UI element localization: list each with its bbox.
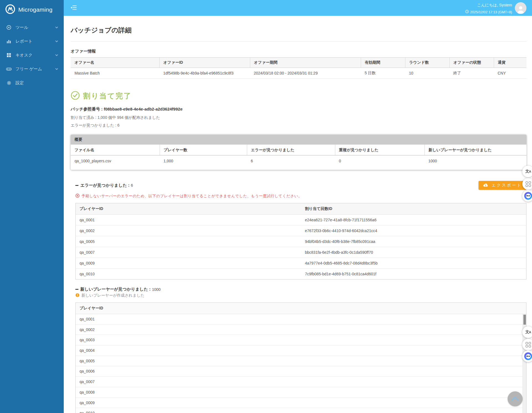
chevron-down-icon (55, 39, 58, 42)
list-item: qa_0006 (76, 366, 526, 377)
player-id-cell: qa_0010 (76, 269, 301, 279)
greeting-text: こんにちは, System (465, 2, 512, 7)
sidebar-item-kiosk[interactable]: キオスク (0, 48, 64, 62)
currency-cell: CNY (494, 68, 526, 79)
column-header: 通貨 (494, 58, 526, 68)
sidebar: Microgaming ツール レポート キオスク (0, 0, 64, 413)
gamepad-icon (6, 66, 12, 72)
column-header: 有効期間 (361, 58, 405, 68)
app-root: Microgaming ツール レポート キオスク (0, 0, 532, 413)
floating-assistant-button[interactable] (522, 350, 532, 362)
bar-chart-icon (6, 39, 12, 44)
robot-icon (524, 192, 532, 200)
sidebar-nav: ツール レポート キオスク フリー ゲー (0, 20, 64, 90)
offer-info-title: オファー情報 (71, 49, 526, 54)
robot-icon (524, 352, 532, 360)
new-players-toggle-label[interactable]: 新しいプレーヤーが見つかりました : (80, 287, 150, 292)
errors-toggle-label[interactable]: エラーが見つかりました : (80, 183, 129, 188)
list-item: qa_0005 (76, 356, 526, 366)
errors-table-header-row: プレイヤーID 割り当て回数ID (76, 203, 526, 215)
sidebar-item-label: レポート (16, 39, 52, 44)
floating-translate-button[interactable]: 文A (522, 326, 532, 338)
table-row: qa_000594bf04b5-d3dc-40f6-b38e-7fb85c091… (76, 236, 526, 247)
translate-icon: 文A (525, 169, 531, 174)
new-players-note-text: 新しいプレーヤーが作成されました (81, 293, 145, 298)
main-area: こんにちは, System 2025/12/02 17:13 (GMT+8) バ… (64, 0, 532, 413)
chevron-down-icon (55, 53, 58, 56)
collapse-icon[interactable] (75, 185, 78, 186)
column-header: オファー名 (71, 58, 159, 68)
page-title: バッチジョブの詳細 (71, 26, 526, 35)
export-button-label: エクスポート (492, 183, 522, 188)
table-row: Massive Batch 1df5498b-9e4c-4b9a-bfa4-e9… (71, 68, 526, 79)
x-circle-icon (75, 194, 80, 199)
allocation-id-cell: 4a7977e4-0db5-4685-8dc7-08d4d8bc3f5b (301, 258, 526, 269)
new-players-table-body: qa_0001 qa_0002 qa_0003 qa_0004 qa_0005 … (76, 314, 526, 413)
offer-id-cell: 1df5498b-9e4c-4b9a-bfa4-e96851c9c8f3 (159, 68, 250, 79)
floating-apps-button[interactable] (522, 178, 532, 190)
column-header: オファーの状態 (449, 58, 494, 68)
errors-count: 6 (131, 183, 133, 188)
column-header: 割り当て回数ID (301, 203, 526, 215)
translate-icon: 文A (525, 330, 531, 335)
list-item: qa_0009 (76, 398, 526, 408)
topbar: こんにちは, System 2025/12/02 17:13 (GMT+8) (64, 0, 532, 16)
offer-table-header-row: オファー名 オファーID オファー期間 有効期間 ラウンド数 オファーの状態 通… (71, 58, 526, 68)
scrollbar-thumb[interactable] (523, 315, 526, 325)
list-item: qa_0008 (76, 387, 526, 398)
summary-header-row: ファイル名 プレイヤー数 エラーが見つかりました 重複が見つかりました 新しいプ… (71, 145, 526, 155)
floating-translate-button[interactable]: 文A (522, 166, 532, 177)
floating-assistant-button[interactable] (522, 190, 532, 202)
menu-fold-icon[interactable] (71, 5, 77, 11)
chevron-down-icon (55, 67, 58, 70)
microgaming-logo-icon (5, 4, 16, 16)
list-item: qa_0001 (76, 314, 526, 325)
sidebar-item-label: キオスク (16, 53, 52, 58)
allocation-id-cell: 7c9fb085-bd1e-4d69-b751-0c81ca4d601f (301, 269, 526, 279)
offer-info-table: オファー名 オファーID オファー期間 有効期間 ラウンド数 オファーの状態 通… (71, 57, 526, 79)
brand[interactable]: Microgaming (0, 0, 64, 20)
scroll-to-top-button[interactable] (508, 391, 523, 406)
batch-reference: バッチ参照番号 : f08bbae8-e9e8-4e4e-adb2-a2d362… (71, 107, 526, 112)
grid-icon (526, 342, 531, 347)
error-warning-text: 予期しないサーバーのエラーのため、以下のプレイヤーは割り当てることができませんで… (81, 194, 302, 199)
column-header: プレイヤーID (76, 203, 301, 215)
column-header: オファーID (159, 58, 250, 68)
errors-collapse-row: エラーが見つかりました : 6 エクスポート (75, 181, 526, 190)
allocation-status-title: 割り当て完了 (83, 91, 132, 101)
offer-status-cell: 終了 (449, 68, 494, 79)
column-header: 新しいプレーヤーが見つかりました (424, 145, 526, 155)
list-item: qa_0007 (76, 377, 526, 387)
column-header: エラーが見つかりました (247, 145, 335, 155)
grid-icon (526, 181, 531, 187)
avatar[interactable] (515, 2, 526, 14)
table-row: qa_0001e24ea621-727e-41a8-8fcb-71f171155… (76, 215, 526, 225)
sidebar-item-tools[interactable]: ツール (0, 20, 64, 34)
sidebar-item-free-games[interactable]: フリー ゲーム (0, 62, 64, 76)
errors-found-cell: 6 (247, 155, 335, 166)
sidebar-item-label: ツール (16, 25, 52, 30)
sidebar-item-label: 設定 (16, 80, 58, 86)
column-header: オファー期間 (250, 58, 361, 68)
export-button[interactable]: エクスポート (479, 181, 526, 190)
new-players-found-cell: 1000 (424, 155, 526, 166)
offer-period-cell: 2024/03/18 02:00 - 2024/03/31 01:29 (250, 68, 361, 79)
player-id-cell: qa_0005 (76, 236, 301, 247)
allocation-id-cell: 94bf04b5-d3dc-40f6-b38e-7fb85c091caa (301, 236, 526, 247)
sidebar-item-settings[interactable]: 設定 (0, 76, 64, 90)
player-id-cell: qa_0007 (76, 247, 301, 258)
column-header: プレイヤーID (76, 303, 526, 314)
person-icon (516, 5, 525, 14)
sidebar-item-reports[interactable]: レポート (0, 34, 64, 48)
results-section: エラーが見つかりました : 6 エクスポート (75, 181, 526, 413)
allocation-status-row: 割り当て完了 (71, 91, 526, 101)
allocation-id-cell: e7672f33-0b6c-4410-974d-6042dca21cc4 (301, 225, 526, 236)
floating-apps-button[interactable] (522, 339, 532, 350)
table-row: qa_00107c9fb085-bd1e-4d69-b751-0c81ca4d6… (76, 269, 526, 279)
collapse-icon[interactable] (75, 289, 78, 290)
player-count-cell: 1,000 (160, 155, 247, 166)
target-icon (6, 25, 12, 30)
player-id-cell: qa_0009 (76, 258, 301, 269)
table-row: qa_00094a7977e4-0db5-4685-8dc7-08d4d8bc3… (76, 258, 526, 269)
file-name-cell: qa_1000_players.csv (71, 155, 160, 166)
